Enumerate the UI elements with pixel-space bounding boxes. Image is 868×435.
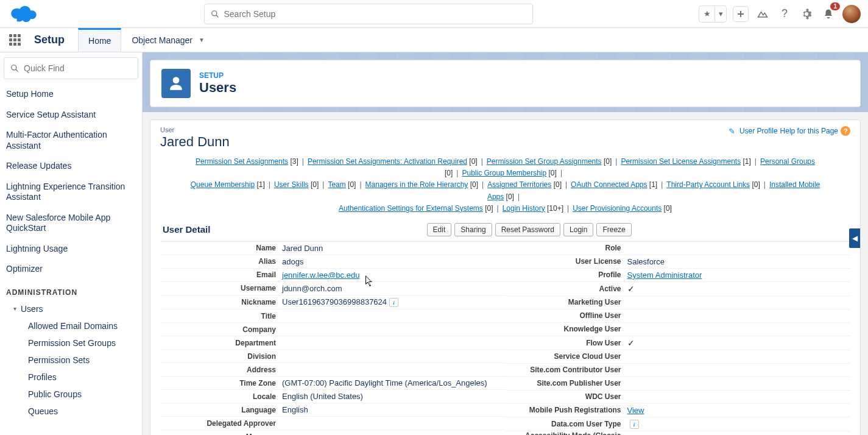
related-link[interactable]: User Provisioning Accounts <box>573 204 662 213</box>
detail-action-buttons: EditSharingReset PasswordLoginFreeze <box>210 223 848 236</box>
sidebar-subitem[interactable]: Allowed Email Domains <box>0 317 142 334</box>
field-value <box>627 323 851 336</box>
checkbox-empty-icon <box>627 298 635 305</box>
sidebar-item[interactable]: Lightning Usage <box>0 239 142 260</box>
field-link[interactable]: View <box>627 406 644 415</box>
field-value: English (United States) <box>282 390 506 403</box>
detail-row: Knowledge User <box>506 323 851 336</box>
sidebar-subitem[interactable]: Permission Sets <box>0 352 142 369</box>
info-icon[interactable]: i <box>389 298 398 307</box>
related-count: [1] <box>647 180 658 189</box>
global-search-input[interactable] <box>224 9 526 19</box>
avatar[interactable] <box>842 5 861 23</box>
reset-password-button[interactable]: Reset Password <box>495 223 560 236</box>
field-value: ✓ <box>627 282 851 295</box>
detail-row: Role <box>506 242 851 255</box>
separator: | <box>322 180 324 189</box>
help-icon: ? <box>841 126 850 136</box>
sidebar-item[interactable]: Multi-Factor Authentication Assistant <box>0 125 142 156</box>
collapse-handle[interactable]: ◀ <box>849 228 860 248</box>
sidebar-item[interactable]: Service Setup Assistant <box>0 105 142 126</box>
field-link[interactable]: jennifer.w.lee@bc.edu <box>282 271 359 280</box>
related-link[interactable]: Permission Set Assignments <box>196 157 288 166</box>
field-link[interactable]: System Administrator <box>627 271 702 280</box>
checkbox-empty-icon <box>627 379 635 386</box>
field-label: Flow User <box>506 339 627 347</box>
separator: | <box>764 180 766 189</box>
sidebar-subitem[interactable]: Profiles <box>0 369 142 386</box>
sidebar-item[interactable]: Optimizer <box>0 259 142 280</box>
tab-home[interactable]: Home <box>78 28 121 52</box>
separator: | <box>560 169 562 177</box>
field-label: Email <box>160 271 282 279</box>
notifications-icon[interactable]: 1 <box>820 6 836 22</box>
detail-row: User LicenseSalesforce <box>506 255 851 269</box>
related-link[interactable]: Assigned Territories <box>487 180 551 189</box>
sidebar-item[interactable]: Lightning Experience Transition Assistan… <box>0 177 142 208</box>
related-count: [0] <box>546 169 557 177</box>
tab-object-manager[interactable]: Object Manager▼ <box>121 28 215 52</box>
sidebar-subitem[interactable]: Permission Set Groups <box>0 334 142 352</box>
login-button[interactable]: Login <box>563 223 593 236</box>
field-label: Company <box>160 325 282 334</box>
related-link[interactable]: Permission Set Group Assignments <box>487 157 602 166</box>
detail-row: Flow User✓ <box>506 336 851 350</box>
sidebar-subitem[interactable]: Public Groups <box>0 386 142 403</box>
field-label: Site.com Publisher User <box>506 379 627 387</box>
trailhead-icon[interactable] <box>755 6 771 22</box>
separator: | <box>565 180 567 189</box>
field-value: English <box>282 403 506 416</box>
help-link[interactable]: ✎ User ProfileHelp for this Page ? <box>727 126 850 136</box>
related-count: [0] <box>467 157 478 166</box>
related-link[interactable]: Managers in the Role Hierarchy <box>365 180 468 189</box>
user-detail-table: NameJared DunnAliasadogsEmailjennifer.w.… <box>160 241 850 435</box>
field-label: Marketing User <box>506 298 627 306</box>
related-count: [0] <box>551 180 562 189</box>
field-value <box>282 422 506 425</box>
setup-sidebar: Setup HomeService Setup AssistantMulti-F… <box>0 52 143 435</box>
add-icon[interactable] <box>733 6 749 22</box>
field-label: Role <box>506 244 627 252</box>
related-link[interactable]: User Skills <box>274 180 309 189</box>
related-link[interactable]: Third-Party Account Links <box>666 180 750 189</box>
quick-find-input[interactable] <box>24 63 132 73</box>
sidebar-subitem[interactable]: Queues <box>0 403 142 420</box>
related-link[interactable]: Team <box>328 180 345 189</box>
separator: | <box>661 180 663 189</box>
help-icon[interactable]: ? <box>777 6 792 22</box>
checkbox-empty-icon <box>627 352 635 359</box>
related-link[interactable]: Public Group Membership <box>462 169 546 177</box>
related-link[interactable]: Login History <box>503 204 545 213</box>
edit-button[interactable]: Edit <box>427 223 452 236</box>
chevron-down-icon[interactable]: ▾ <box>715 6 726 22</box>
sidebar-item-label: Users <box>21 304 43 314</box>
sidebar-item[interactable]: Release Updates <box>0 156 142 177</box>
sidebar-item[interactable]: New Salesforce Mobile App QuickStart <box>0 208 142 239</box>
related-link[interactable]: OAuth Connected Apps <box>571 180 647 189</box>
favorites-menu[interactable]: ★ ▾ <box>699 5 727 23</box>
gear-icon[interactable] <box>799 6 814 22</box>
salesforce-logo[interactable] <box>7 4 38 24</box>
separator: | <box>302 157 304 166</box>
related-lists-links: Permission Set Assignments [3]|Permissio… <box>185 156 826 214</box>
freeze-button[interactable]: Freeze <box>596 223 631 236</box>
related-link[interactable]: Personal Groups <box>760 157 815 166</box>
sharing-button[interactable]: Sharing <box>454 223 492 236</box>
related-link[interactable]: Authentication Settings for External Sys… <box>339 204 483 213</box>
app-launcher-icon[interactable] <box>6 32 23 49</box>
sidebar-item[interactable]: Setup Home <box>0 84 142 105</box>
related-link[interactable]: Permission Set License Assignments <box>621 157 741 166</box>
related-link[interactable]: Queue Membership <box>191 180 255 189</box>
separator: | <box>518 193 520 201</box>
related-count: [0] <box>346 180 356 189</box>
detail-row: Delegated Approver <box>160 417 506 430</box>
related-count: [0] <box>483 204 493 213</box>
quick-find[interactable] <box>4 57 138 79</box>
star-icon[interactable]: ★ <box>699 6 715 22</box>
global-search[interactable] <box>204 4 533 24</box>
sidebar-tree-users[interactable]: ▾ Users <box>0 300 142 317</box>
detail-row: Service Cloud User <box>506 350 851 364</box>
related-link[interactable]: Permission Set Assignments: Activation R… <box>308 157 467 166</box>
info-icon[interactable]: i <box>630 420 639 429</box>
field-value <box>627 364 851 377</box>
